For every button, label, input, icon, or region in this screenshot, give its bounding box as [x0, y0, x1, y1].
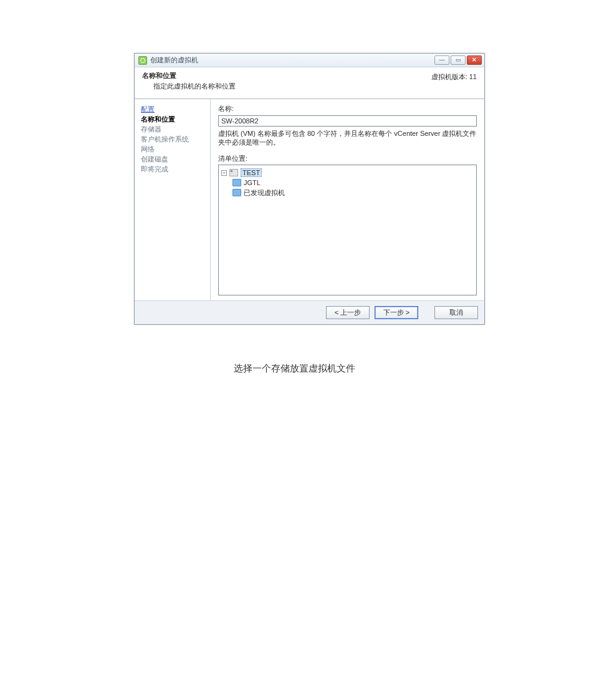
tree-node-jgtl[interactable]: JGTL	[244, 179, 261, 186]
sidebar-item-create-disk: 创建磁盘	[141, 154, 205, 164]
cancel-button[interactable]: 取消	[434, 306, 478, 319]
name-hint-text: 虚拟机 (VM) 名称最多可包含 80 个字符，并且名称在每个 vCenter …	[218, 129, 477, 146]
sidebar-item-guest-os: 客户机操作系统	[141, 134, 205, 144]
sidebar-item-configuration[interactable]: 配置	[141, 104, 205, 114]
close-button[interactable]: ✕	[467, 55, 482, 65]
folder-icon	[232, 189, 241, 196]
next-button[interactable]: 下一步 >	[375, 306, 418, 319]
wizard-footer: < 上一步 下一步 > 取消	[135, 300, 484, 324]
sidebar-item-ready: 即将完成	[141, 164, 205, 174]
folder-icon	[232, 179, 241, 186]
window-controls: — ▭ ✕	[434, 55, 482, 65]
tree-row-child[interactable]: 已发现虚拟机	[221, 188, 474, 198]
vm-name-input[interactable]	[218, 115, 477, 127]
inventory-tree[interactable]: − TEST JGTL 已发现虚拟机	[218, 165, 477, 295]
wizard-header: 名称和位置 指定此虚拟机的名称和位置 虚拟机版本: 11	[135, 67, 484, 99]
inventory-location-label: 清单位置:	[218, 154, 477, 163]
wizard-step-subtitle: 指定此虚拟机的名称和位置	[142, 82, 236, 91]
datacenter-icon	[229, 169, 238, 176]
name-field-label: 名称:	[218, 104, 477, 113]
back-button[interactable]: < 上一步	[326, 306, 370, 319]
wizard-steps-sidebar: 配置 名称和位置 存储器 客户机操作系统 网络 创建磁盘 即将完成	[135, 99, 211, 300]
vm-app-icon	[138, 56, 147, 65]
tree-expander-icon[interactable]: −	[221, 170, 227, 176]
tree-row-root[interactable]: − TEST	[221, 168, 474, 178]
minimize-button[interactable]: —	[434, 55, 449, 65]
vm-version-label: 虚拟机版本: 11	[431, 71, 477, 82]
tree-node-discovered[interactable]: 已发现虚拟机	[244, 188, 285, 198]
sidebar-item-storage: 存储器	[141, 124, 205, 134]
maximize-button[interactable]: ▭	[451, 55, 466, 65]
tree-node-test[interactable]: TEST	[241, 168, 262, 177]
tree-row-child[interactable]: JGTL	[221, 178, 474, 188]
sidebar-item-name-location: 名称和位置	[141, 114, 205, 124]
create-vm-dialog: 创建新的虚拟机 — ▭ ✕ 名称和位置 指定此虚拟机的名称和位置 虚拟机版本: …	[134, 53, 485, 325]
wizard-content: 名称: 虚拟机 (VM) 名称最多可包含 80 个字符，并且名称在每个 vCen…	[211, 99, 484, 300]
wizard-step-title: 名称和位置	[142, 71, 236, 80]
sidebar-item-network: 网络	[141, 144, 205, 154]
page-caption: 选择一个存储放置虚拟机文件	[0, 363, 589, 375]
window-title: 创建新的虚拟机	[150, 55, 434, 65]
titlebar[interactable]: 创建新的虚拟机 — ▭ ✕	[135, 54, 484, 67]
